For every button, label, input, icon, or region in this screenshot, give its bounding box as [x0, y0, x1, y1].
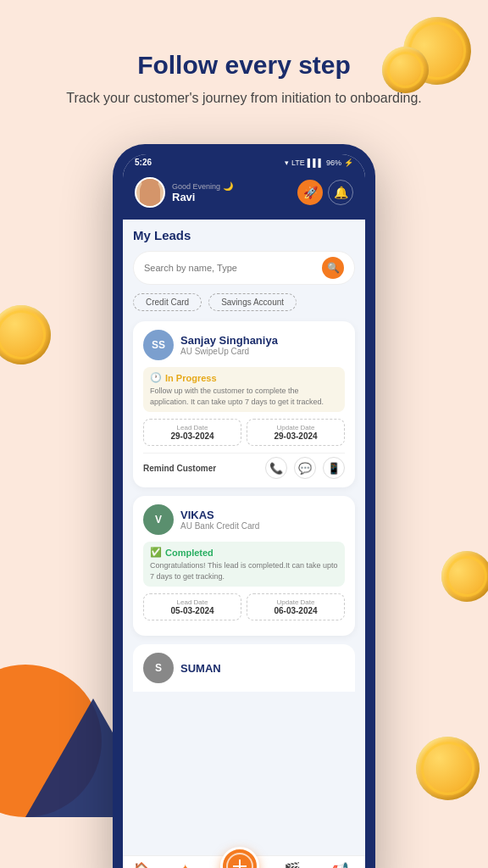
- nav-my-leads[interactable]: ✦ My Leads: [170, 861, 201, 868]
- marketing-icon: 📢: [332, 861, 349, 868]
- wifi-icon: ▾: [285, 159, 289, 167]
- lead-sub-sanjay: AU SwipeUp Card: [180, 347, 278, 356]
- nav-marketing[interactable]: 📢 Marketing: [325, 861, 355, 868]
- search-input[interactable]: [144, 263, 322, 273]
- phone-screen: 5:26 ▾ LTE ▌▌▌ 96% ⚡ Good Ev: [123, 154, 365, 868]
- lead-card-suman-partial: S SUMAN: [133, 644, 355, 692]
- nav-trainings[interactable]: 🎬 Trainings: [279, 861, 307, 868]
- lead-date-value-sanjay: 29-03-2024: [151, 431, 234, 441]
- lead-date-box-sanjay: Lead Date 29-03-2024: [143, 419, 241, 446]
- chat-button-sanjay[interactable]: 💬: [294, 457, 316, 479]
- lead-name-sanjay: Sanjay Singhaniya: [180, 334, 278, 347]
- crosshair-icon: [233, 860, 247, 868]
- search-button[interactable]: 🔍: [322, 257, 344, 279]
- update-date-label-sanjay: Update Date: [254, 424, 337, 431]
- lead-header-vikas: V VIKAS AU Bank Credit Card: [143, 504, 345, 535]
- user-info: Good Evening 🌙 Ravi: [135, 177, 233, 208]
- lead-name-area-suman: SUMAN: [180, 662, 221, 675]
- hero-subtitle: Track your customer's journey from initi…: [34, 88, 454, 108]
- check-icon: ✅: [150, 547, 162, 558]
- filter-chips: Credit Card Savings Account: [133, 293, 355, 311]
- lead-card-sanjay: SS Sanjay Singhaniya AU SwipeUp Card 🕐 I…: [133, 321, 355, 487]
- search-bar: 🔍: [133, 251, 355, 285]
- home-icon: 🏠: [133, 861, 150, 868]
- update-date-value-vikas: 06-03-2024: [254, 606, 337, 615]
- app-header: Good Evening 🌙 Ravi 🚀 🔔: [123, 170, 365, 220]
- date-row-vikas: Lead Date 05-03-2024 Update Date 06-03-2…: [143, 593, 345, 620]
- hero-title: Follow every step: [34, 51, 454, 80]
- lead-name-area-sanjay: Sanjay Singhaniya AU SwipeUp Card: [180, 334, 278, 356]
- bottom-nav: 🏠 Home ✦ My Leads 🎬 Trainings �: [123, 855, 365, 868]
- status-label-sanjay: 🕐 In Progress: [150, 372, 338, 383]
- battery-level: 96%: [326, 159, 341, 167]
- status-bar: 5:26 ▾ LTE ▌▌▌ 96% ⚡: [123, 154, 365, 170]
- avatar-person: [140, 181, 160, 206]
- whatsapp-button-sanjay[interactable]: 📱: [323, 457, 345, 479]
- date-row-sanjay: Lead Date 29-03-2024 Update Date 29-03-2…: [143, 419, 345, 446]
- notification-button[interactable]: 🔔: [328, 180, 353, 205]
- avatar: [135, 177, 165, 208]
- filter-savings-account[interactable]: Savings Account: [208, 293, 297, 311]
- lead-date-label-sanjay: Lead Date: [151, 424, 234, 431]
- status-desc-sanjay: Follow up with the customer to complete …: [150, 386, 338, 407]
- lead-name-area-vikas: VIKAS AU Bank Credit Card: [180, 509, 259, 531]
- status-label-vikas: ✅ Completed: [150, 547, 338, 558]
- header-icons: 🚀 🔔: [297, 180, 353, 205]
- clock-icon: 🕐: [150, 372, 162, 383]
- update-date-box-sanjay: Update Date 29-03-2024: [247, 419, 345, 446]
- update-date-value-sanjay: 29-03-2024: [254, 431, 337, 441]
- lead-avatar-ss: SS: [143, 330, 174, 360]
- signal-icon: ▌▌▌: [308, 159, 324, 167]
- lead-card-vikas: V VIKAS AU Bank Credit Card ✅ Completed …: [133, 496, 355, 636]
- lead-avatar-s: S: [143, 653, 174, 683]
- update-date-box-vikas: Update Date 06-03-2024: [247, 593, 345, 620]
- data-icon: LTE: [291, 159, 305, 167]
- status-box-vikas: ✅ Completed Congratulations! This lead i…: [143, 542, 345, 587]
- remind-icons-sanjay: 📞 💬 📱: [265, 457, 345, 479]
- lead-name-suman: SUMAN: [180, 662, 221, 675]
- status-icons: ▾ LTE ▌▌▌ 96% ⚡: [285, 159, 353, 167]
- status-box-sanjay: 🕐 In Progress Follow up with the custome…: [143, 367, 345, 412]
- coin-decoration-bottom-right: [413, 734, 482, 803]
- trainings-icon: 🎬: [284, 861, 301, 868]
- user-text: Good Evening 🌙 Ravi: [172, 181, 233, 203]
- call-button-sanjay[interactable]: 📞: [265, 457, 287, 479]
- remind-text-sanjay: Remind Customer: [143, 464, 216, 473]
- coin-decoration-right-mid: [437, 547, 488, 606]
- battery-icon: ⚡: [344, 159, 353, 167]
- coin-decoration-left: [0, 298, 58, 371]
- status-time: 5:26: [135, 158, 152, 167]
- remind-row-sanjay: Remind Customer 📞 💬 📱: [143, 453, 345, 479]
- lead-name-vikas: VIKAS: [180, 509, 259, 521]
- nav-home[interactable]: 🏠 Home: [132, 861, 150, 868]
- user-name: Ravi: [172, 191, 233, 203]
- lead-date-box-vikas: Lead Date 05-03-2024: [143, 593, 241, 620]
- phone-mockup: 5:26 ▾ LTE ▌▌▌ 96% ⚡ Good Ev: [113, 144, 375, 868]
- my-leads-title: My Leads: [133, 228, 355, 242]
- phone-outer: 5:26 ▾ LTE ▌▌▌ 96% ⚡ Good Ev: [113, 144, 375, 868]
- fab-inner: [226, 853, 253, 868]
- user-greeting: Good Evening 🌙: [172, 181, 233, 191]
- content-area: My Leads 🔍 Credit Card Savings Account S…: [123, 220, 365, 855]
- lead-avatar-v: V: [143, 504, 174, 535]
- rocket-button[interactable]: 🚀: [297, 180, 323, 205]
- hero-section: Follow every step Track your customer's …: [0, 0, 488, 125]
- lead-date-value-vikas: 05-03-2024: [151, 606, 234, 615]
- lead-sub-vikas: AU Bank Credit Card: [180, 521, 259, 531]
- my-leads-icon: ✦: [180, 861, 191, 868]
- moon-icon: 🌙: [223, 181, 233, 191]
- filter-credit-card[interactable]: Credit Card: [133, 293, 202, 311]
- update-date-label-vikas: Update Date: [254, 598, 337, 606]
- lead-date-label-vikas: Lead Date: [151, 598, 234, 606]
- status-desc-vikas: Congratulations! This lead is completed.…: [150, 560, 338, 581]
- lead-header-sanjay: SS Sanjay Singhaniya AU SwipeUp Card: [143, 330, 345, 360]
